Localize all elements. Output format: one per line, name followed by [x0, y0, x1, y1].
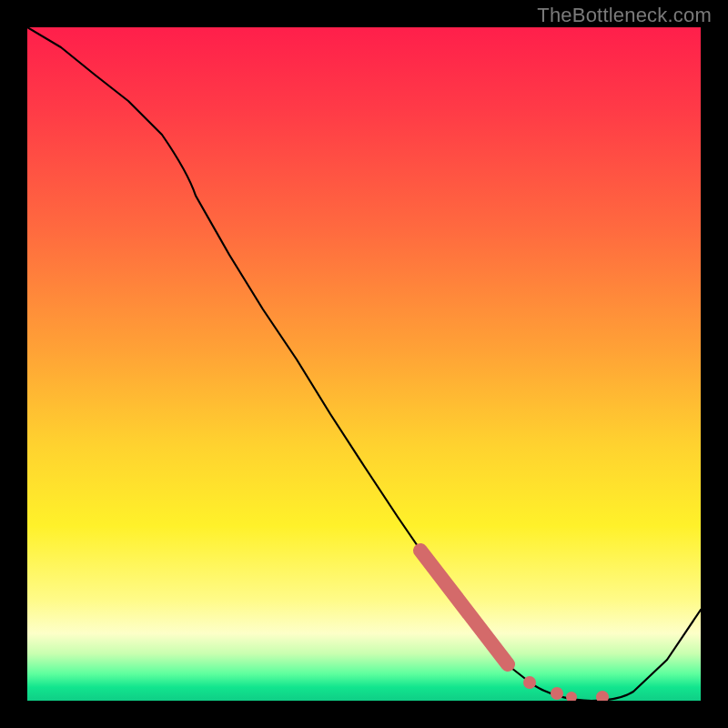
marker-dot: [523, 676, 536, 689]
marker-dot: [551, 687, 563, 700]
marker-dot: [596, 691, 609, 701]
plot-area: [27, 27, 701, 701]
marker-dot: [566, 692, 577, 701]
curve-line: [27, 27, 701, 701]
curve-svg: [27, 27, 701, 701]
highlight-segment: [420, 551, 508, 664]
chart-frame: TheBottleneck.com: [0, 0, 728, 728]
watermark-text: TheBottleneck.com: [537, 4, 712, 27]
